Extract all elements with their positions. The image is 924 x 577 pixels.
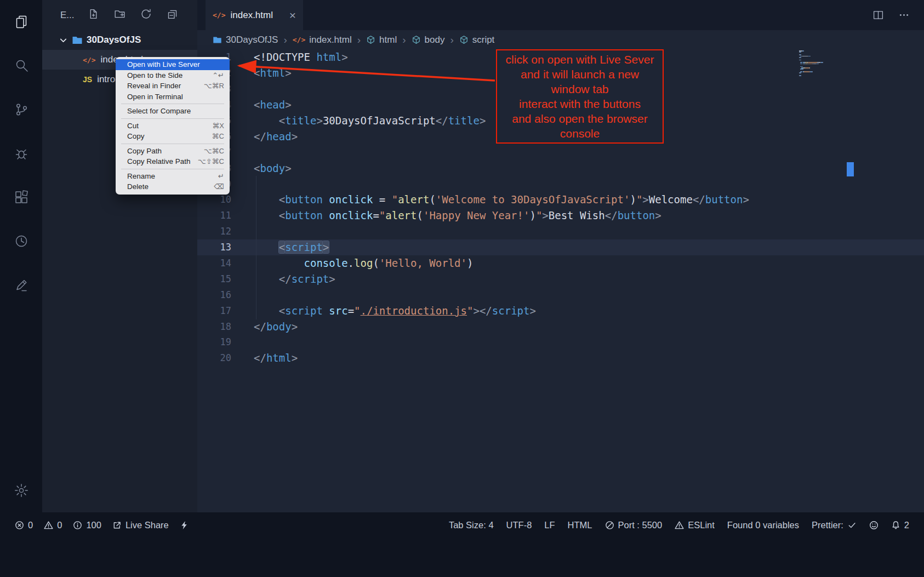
code-text: </head> — [231, 130, 298, 142]
menu-item-open-in-terminal[interactable]: Open in Terminal — [116, 92, 230, 102]
explorer-header: E... — [42, 0, 197, 30]
explorer-icon — [14, 14, 29, 30]
code-line-20[interactable]: 20</html> — [197, 350, 924, 366]
status-label: 2 — [904, 520, 909, 530]
breadcrumb-body[interactable]: body — [412, 35, 445, 45]
status-notifications[interactable]: 2 — [891, 520, 909, 530]
history-icon — [14, 233, 29, 249]
code-line-7[interactable]: 7 — [197, 144, 924, 160]
status-warnings[interactable]: 0 — [44, 520, 62, 530]
status-port[interactable]: Port : 5500 — [605, 520, 663, 530]
status-language-mode[interactable]: HTML — [568, 520, 592, 530]
breadcrumb-separator: › — [357, 34, 361, 46]
warning-icon — [44, 521, 53, 530]
code-text: <!DOCTYPE html> — [231, 51, 348, 63]
menu-separator — [121, 104, 224, 104]
breadcrumb-index-html[interactable]: </>index.html — [293, 35, 352, 45]
activity-debug[interactable] — [0, 132, 42, 175]
breadcrumb-separator: › — [283, 34, 287, 46]
search-icon — [14, 58, 29, 73]
folder-label: 30DaysOfJS — [87, 35, 141, 45]
code-text: </html> — [231, 352, 298, 364]
line-number: 11 — [197, 210, 231, 221]
menu-item-reveal-in-finder[interactable]: Reveal in Finder⌥⌘R — [116, 81, 230, 92]
activity-settings[interactable] — [0, 469, 42, 512]
code-line-16[interactable]: 16 — [197, 287, 924, 302]
new-file-icon — [88, 8, 99, 20]
menu-item-copy[interactable]: Copy⌘C — [116, 131, 230, 142]
menu-item-delete[interactable]: Delete⌫ — [116, 181, 230, 192]
info-icon — [73, 521, 82, 530]
code-text: <script src="./introduction.js"></script… — [231, 305, 536, 317]
minimap[interactable] — [799, 50, 846, 77]
status-eol[interactable]: LF — [544, 520, 555, 530]
activity-feedback[interactable] — [0, 263, 42, 307]
status-live-share[interactable]: Live Share — [112, 520, 169, 530]
menu-item-label: Open in Terminal — [127, 93, 183, 101]
menu-item-cut[interactable]: Cut⌘X — [116, 121, 230, 132]
code-line-18[interactable]: 18</body> — [197, 318, 924, 334]
activity-extensions[interactable] — [0, 175, 42, 219]
menu-separator — [121, 169, 224, 169]
activity-bar — [0, 0, 42, 512]
status-tab-size[interactable]: Tab Size: 4 — [449, 520, 494, 530]
annotation-line: console — [497, 126, 663, 141]
menu-item-select-for-compare[interactable]: Select for Compare — [116, 106, 230, 117]
status-lightning[interactable] — [180, 521, 189, 530]
line-number: 20 — [197, 352, 231, 363]
status-errors[interactable]: 0 — [15, 520, 33, 530]
code-line-19[interactable]: 19 — [197, 334, 924, 350]
status-label: 100 — [86, 520, 101, 530]
code-line-14[interactable]: 14 console.log('Hello, World') — [197, 255, 924, 271]
js-badge-icon: JS — [83, 75, 92, 84]
feedback-icon — [14, 277, 29, 293]
split-editor-icon[interactable] — [872, 9, 884, 21]
code-line-12[interactable]: 12 — [197, 224, 924, 239]
smiley-icon — [869, 521, 879, 530]
extensions-icon — [14, 190, 29, 205]
status-variables[interactable]: Found 0 variables — [727, 520, 799, 530]
code-line-11[interactable]: 11 <button onclick="alert('Happy New Yea… — [197, 208, 924, 224]
breadcrumb-30daysofjs[interactable]: 30DaysOfJS — [213, 35, 278, 45]
collapse-all-button[interactable] — [167, 8, 178, 22]
status-prettier[interactable]: Prettier: — [812, 520, 857, 530]
status-eslint[interactable]: ESLint — [675, 520, 715, 530]
new-folder-button[interactable] — [114, 8, 126, 22]
status-label: 0 — [57, 520, 62, 530]
line-number: 16 — [197, 289, 231, 300]
activity-bar-top — [0, 0, 42, 307]
code-line-13[interactable]: 13 <script> — [197, 239, 924, 255]
activity-history[interactable] — [0, 219, 42, 263]
code-line-17[interactable]: 17 <script src="./introduction.js"></scr… — [197, 302, 924, 318]
line-number: 12 — [197, 226, 231, 237]
tab-close-icon[interactable]: × — [289, 9, 296, 21]
new-file-button[interactable] — [88, 8, 99, 22]
activity-source-control[interactable] — [0, 88, 42, 132]
code-line-15[interactable]: 15 </script> — [197, 271, 924, 287]
tab-index-html[interactable]: </> index.html × — [206, 0, 303, 30]
activity-explorer[interactable] — [0, 0, 42, 44]
status-label: LF — [544, 520, 555, 530]
code-line-10[interactable]: 10 <button onclick = "alert('Welcome to … — [197, 192, 924, 208]
menu-item-copy-relative-path[interactable]: Copy Relative Path⌥⇧⌘C — [116, 156, 230, 167]
refresh-icon — [140, 8, 152, 20]
breadcrumb-html[interactable]: html — [366, 35, 397, 45]
activity-search[interactable] — [0, 44, 42, 88]
cube-icon — [412, 35, 421, 44]
menu-item-rename[interactable]: Rename↵ — [116, 171, 230, 182]
status-encoding[interactable]: UTF-8 — [506, 520, 532, 530]
folder-30daysofjs[interactable]: 30DaysOfJS — [42, 30, 197, 50]
menu-item-open-to-the-side[interactable]: Open to the Side⌃↵ — [116, 70, 230, 81]
editor-actions — [872, 0, 924, 30]
annotation-line: interact with the buttons — [497, 96, 663, 111]
status-infos[interactable]: 100 — [73, 520, 101, 530]
breadcrumb-script[interactable]: script — [459, 35, 495, 45]
menu-item-copy-path[interactable]: Copy Path⌥⌘C — [116, 146, 230, 157]
refresh-button[interactable] — [140, 8, 152, 22]
menu-item-label: Copy Relative Path — [127, 157, 191, 165]
code-line-8[interactable]: 8<body> — [197, 160, 924, 176]
menu-item-open-with-live-server[interactable]: Open with Live Server — [116, 59, 230, 70]
status-feedback-smiley[interactable] — [869, 521, 879, 530]
more-actions-icon[interactable] — [898, 9, 910, 21]
code-line-9[interactable]: 9 — [197, 176, 924, 192]
